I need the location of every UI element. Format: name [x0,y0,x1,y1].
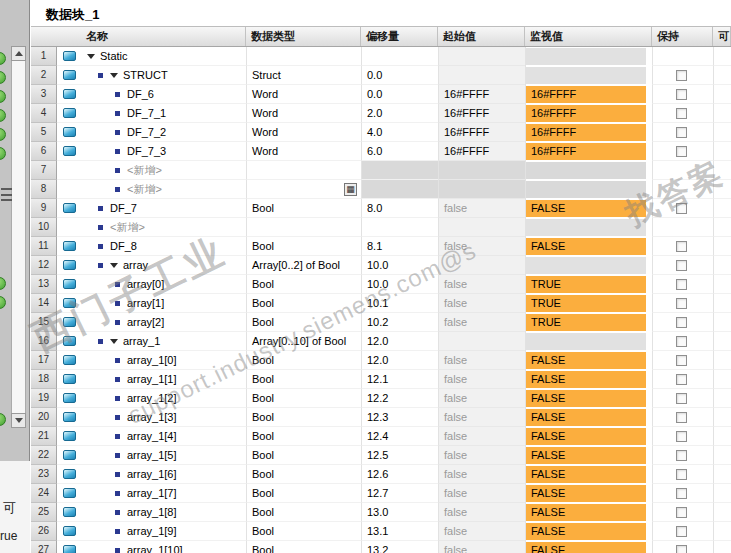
start-value-cell[interactable]: 16#FFFF [438,142,525,161]
monitor-value-cell[interactable]: TRUE [525,313,652,332]
data-type-cell[interactable]: ▦ [246,180,361,199]
offset-cell[interactable]: 10.1 [361,294,438,313]
row-number[interactable]: 2 [31,66,57,85]
offset-cell[interactable]: 0.0 [361,66,438,85]
offset-cell[interactable]: 0.0 [361,85,438,104]
offset-cell[interactable]: 10.0 [361,275,438,294]
table-row[interactable]: 27array_1[10]Bool13.2falseFALSE [31,541,731,553]
retain-checkbox[interactable] [676,526,687,537]
start-value-cell[interactable]: false [438,294,525,313]
retain-checkbox[interactable] [676,298,687,309]
table-row[interactable]: 20array_1[3]Bool12.3falseFALSE [31,408,731,427]
table-row[interactable]: 25array_1[8]Bool13.0falseFALSE [31,503,731,522]
offset-cell[interactable]: 13.0 [361,503,438,522]
name-cell[interactable]: array_1[5] [81,446,246,465]
monitor-value-cell[interactable]: FALSE [525,199,652,218]
retain-checkbox[interactable] [676,450,687,461]
start-value-cell[interactable]: 16#FFFF [438,104,525,123]
row-number[interactable]: 26 [31,522,57,541]
data-type-cell[interactable]: Word [246,123,361,142]
row-number[interactable]: 23 [31,465,57,484]
offset-cell[interactable]: 12.2 [361,389,438,408]
table-row[interactable]: 21array_1[4]Bool12.4falseFALSE [31,427,731,446]
name-cell[interactable]: DF_7_1 [81,104,246,123]
offset-cell[interactable]: 8.0 [361,199,438,218]
monitor-value-cell[interactable]: FALSE [525,370,652,389]
row-number[interactable]: 3 [31,85,57,104]
monitor-value-cell[interactable] [525,66,652,85]
start-value-cell[interactable] [438,66,525,85]
expander-icon[interactable] [110,339,118,344]
column-header-extra[interactable]: 可 [713,27,731,46]
start-value-cell[interactable] [438,332,525,351]
table-row[interactable]: 23array_1[6]Bool12.6falseFALSE [31,465,731,484]
name-cell[interactable]: array_1[4] [81,427,246,446]
data-type-cell[interactable]: Struct [246,66,361,85]
row-number[interactable]: 22 [31,446,57,465]
monitor-value-cell[interactable]: FALSE [525,446,652,465]
table-row[interactable]: 14array[1]Bool10.1falseTRUE [31,294,731,313]
data-type-cell[interactable]: Bool [246,389,361,408]
name-cell[interactable]: STRUCT [81,66,246,85]
data-type-cell[interactable] [246,218,361,237]
offset-cell[interactable]: 12.1 [361,370,438,389]
column-header-startvalue[interactable]: 起始值 [438,27,525,46]
monitor-value-cell[interactable]: FALSE [525,389,652,408]
data-type-cell[interactable]: Bool [246,465,361,484]
retain-checkbox[interactable] [676,431,687,442]
table-row[interactable]: 18array_1[1]Bool12.1falseFALSE [31,370,731,389]
row-number[interactable]: 18 [31,370,57,389]
start-value-cell[interactable]: false [438,313,525,332]
data-type-cell[interactable]: Bool [246,351,361,370]
name-cell[interactable]: DF_7_3 [81,142,246,161]
row-number[interactable]: 21 [31,427,57,446]
retain-checkbox[interactable] [676,545,687,553]
start-value-cell[interactable] [438,161,525,180]
start-value-cell[interactable]: false [438,237,525,256]
monitor-value-cell[interactable]: FALSE [525,465,652,484]
row-number[interactable]: 8 [31,180,57,199]
data-type-cell[interactable]: Bool [246,541,361,553]
retain-checkbox[interactable] [676,374,687,385]
start-value-cell[interactable]: false [438,522,525,541]
start-value-cell[interactable]: false [438,408,525,427]
retain-checkbox[interactable] [676,260,687,271]
table-row[interactable]: 6DF_7_3Word6.016#FFFF16#FFFF [31,142,731,161]
table-row[interactable]: 13array[0]Bool10.0falseTRUE [31,275,731,294]
expander-icon[interactable] [110,263,118,268]
offset-cell[interactable]: 12.7 [361,484,438,503]
monitor-value-cell[interactable]: TRUE [525,275,652,294]
row-number[interactable]: 25 [31,503,57,522]
monitor-value-cell[interactable] [525,256,652,275]
start-value-cell[interactable]: false [438,389,525,408]
data-type-cell[interactable]: Bool [246,408,361,427]
name-cell[interactable]: <新增> [81,180,246,199]
table-row[interactable]: 9DF_7Bool8.0falseFALSE [31,199,731,218]
name-cell[interactable]: array_1[6] [81,465,246,484]
row-number[interactable]: 15 [31,313,57,332]
monitor-value-cell[interactable]: FALSE [525,522,652,541]
name-cell[interactable]: DF_6 [81,85,246,104]
monitor-value-cell[interactable] [525,218,652,237]
retain-checkbox[interactable] [676,241,687,252]
data-type-cell[interactable]: Bool [246,446,361,465]
offset-cell[interactable]: 13.2 [361,541,438,553]
name-cell[interactable]: <新增> [81,218,246,237]
data-type-cell[interactable]: Bool [246,484,361,503]
row-number[interactable]: 5 [31,123,57,142]
row-number[interactable]: 4 [31,104,57,123]
name-cell[interactable]: array_1[0] [81,351,246,370]
table-row[interactable]: 22array_1[5]Bool12.5falseFALSE [31,446,731,465]
offset-cell[interactable]: 2.0 [361,104,438,123]
monitor-value-cell[interactable]: TRUE [525,294,652,313]
data-type-cell[interactable]: Bool [246,427,361,446]
start-value-cell[interactable]: false [438,503,525,522]
retain-checkbox[interactable] [676,70,687,81]
start-value-cell[interactable]: false [438,446,525,465]
data-type-cell[interactable]: Word [246,85,361,104]
name-cell[interactable]: array_1[9] [81,522,246,541]
column-header-name[interactable]: 名称 [31,27,246,46]
column-header-monitorvalue[interactable]: 监视值 [525,27,652,46]
monitor-value-cell[interactable]: 16#FFFF [525,104,652,123]
start-value-cell[interactable]: false [438,427,525,446]
